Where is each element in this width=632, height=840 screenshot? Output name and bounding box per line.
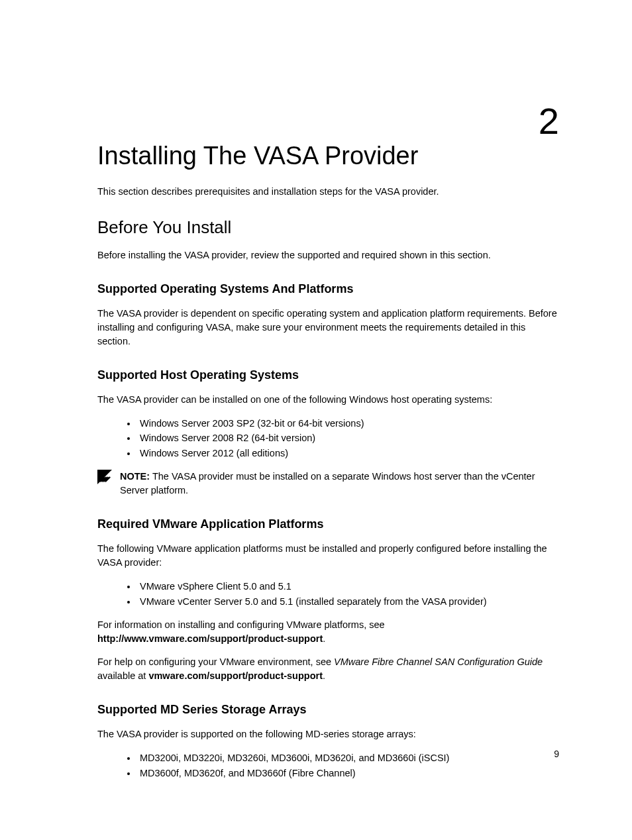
vmware-list: VMware vSphere Client 5.0 and 5.1 VMware… xyxy=(97,579,559,609)
note-icon xyxy=(97,470,112,484)
page-title: Installing The VASA Provider xyxy=(97,142,559,170)
document-page: 2 Installing The VASA Provider This sect… xyxy=(0,0,632,780)
list-item: Windows Server 2003 SP2 (32-bit or 64-bi… xyxy=(137,416,559,431)
list-item: VMware vCenter Server 5.0 and 5.1 (insta… xyxy=(137,594,559,609)
list-item: MD3600f, MD3620f, and MD3660f (Fibre Cha… xyxy=(137,766,559,780)
text-fragment: . xyxy=(323,633,325,644)
subsection-heading-host-os: Supported Host Operating Systems xyxy=(97,368,559,382)
intro-paragraph: This section describes prerequisites and… xyxy=(97,185,559,199)
vmware-info-1: For information on installing and config… xyxy=(97,618,559,646)
note-text: NOTE: The VASA provider must be installe… xyxy=(120,470,559,498)
text-link: vmware.com/support/product-support xyxy=(148,670,323,681)
text-link: http://www.vmware.com/support/product-su… xyxy=(97,633,323,644)
note-label: NOTE: xyxy=(120,471,150,482)
vmware-intro: The following VMware application platfor… xyxy=(97,542,559,570)
text-fragment: For help on configuring your VMware envi… xyxy=(97,656,334,667)
doc-title: VMware Fibre Channel SAN Configuration G… xyxy=(334,656,543,667)
chapter-number: 2 xyxy=(539,103,559,140)
host-os-intro: The VASA provider can be installed on on… xyxy=(97,393,559,407)
vmware-info-2: For help on configuring your VMware envi… xyxy=(97,655,559,683)
text-fragment: available at xyxy=(97,670,148,681)
text-fragment: For information on installing and config… xyxy=(97,619,385,630)
note-body: The VASA provider must be installed on a… xyxy=(120,471,535,496)
list-item: Windows Server 2012 (all editions) xyxy=(137,446,559,460)
md-list: MD3200i, MD3220i, MD3260i, MD3600i, MD36… xyxy=(97,751,559,780)
section-heading-before-install: Before You Install xyxy=(97,217,559,238)
subsection-heading-md-arrays: Supported MD Series Storage Arrays xyxy=(97,703,559,717)
text-fragment: . xyxy=(323,670,325,681)
md-intro: The VASA provider is supported on the fo… xyxy=(97,727,559,741)
note-block: NOTE: The VASA provider must be installe… xyxy=(97,470,559,498)
before-install-paragraph: Before installing the VASA provider, rev… xyxy=(97,248,559,262)
list-item: MD3200i, MD3220i, MD3260i, MD3600i, MD36… xyxy=(137,751,559,765)
page-number: 9 xyxy=(554,749,559,759)
list-item: Windows Server 2008 R2 (64-bit version) xyxy=(137,431,559,445)
os-platforms-paragraph: The VASA provider is dependent on specif… xyxy=(97,307,559,348)
list-item: VMware vSphere Client 5.0 and 5.1 xyxy=(137,579,559,594)
host-os-list: Windows Server 2003 SP2 (32-bit or 64-bi… xyxy=(97,416,559,460)
subsection-heading-vmware: Required VMware Application Platforms xyxy=(97,517,559,531)
subsection-heading-os-platforms: Supported Operating Systems And Platform… xyxy=(97,282,559,296)
